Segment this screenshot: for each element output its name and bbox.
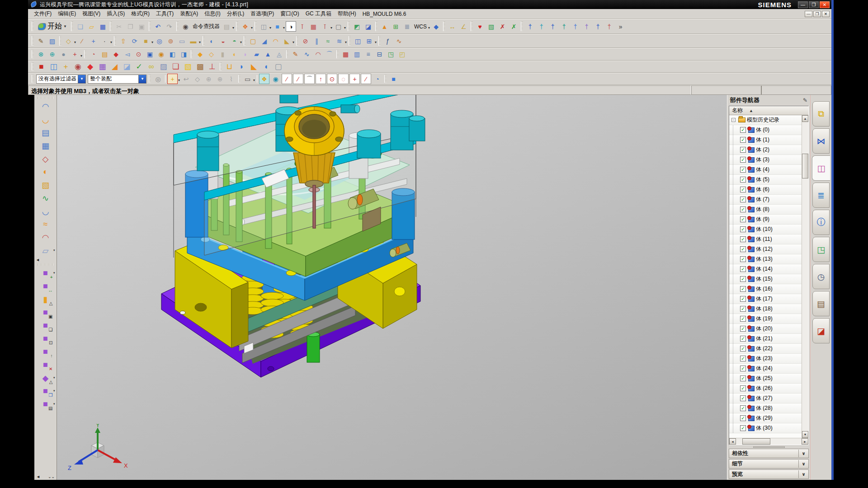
checkbox-icon[interactable]: ✓ <box>740 375 746 381</box>
tree-item-body-26[interactable]: ✓体 (26) <box>729 384 802 394</box>
screw-tool-5[interactable]: † <box>570 21 580 32</box>
point-button[interactable]: ∙ <box>99 36 110 46</box>
extrude-button[interactable]: ⇧ <box>118 36 128 46</box>
screw-tool-2[interactable]: † <box>536 21 547 32</box>
intersection-point-button[interactable]: ↑ <box>316 74 326 84</box>
datum-axis-button[interactable]: ∕ <box>77 36 87 46</box>
flip-display-button[interactable]: ◆ <box>431 21 441 32</box>
command-finder-icon[interactable]: ◉ <box>180 21 191 32</box>
align-button[interactable]: ▥ <box>352 49 362 60</box>
start-button[interactable]: 开始▼ <box>35 20 70 33</box>
undo-button[interactable]: ↶ <box>153 21 163 32</box>
dropdown-arrow-icon[interactable]: ▾ <box>283 26 285 30</box>
background-button[interactable]: ▢ <box>333 21 344 32</box>
thicken-button[interactable]: ≋ <box>334 36 344 46</box>
menu-item-4[interactable]: 插入(S) <box>104 9 128 19</box>
dropdown-arrow-icon[interactable]: ▾ <box>232 26 234 30</box>
menu-item-1[interactable]: 文件(F) <box>31 9 55 19</box>
chevron-down-icon[interactable]: ∨ <box>798 450 808 457</box>
feature-wedge-button[interactable]: ◢ <box>109 61 120 72</box>
move-object-button[interactable]: ▦ <box>340 49 351 60</box>
toolbar-grip[interactable] <box>38 263 53 266</box>
tree-item-body-14[interactable]: ✓体 (14) <box>729 264 802 274</box>
toolbar-grip[interactable] <box>349 36 351 45</box>
dropdown-arrow-icon[interactable]: ▾ <box>330 26 332 30</box>
wcs-orient-button[interactable]: ⊞ <box>391 21 401 32</box>
menu-item-10[interactable]: 首选项(P) <box>247 9 277 19</box>
feature-slice-button[interactable]: ◪ <box>121 61 132 72</box>
checkbox-icon[interactable]: ✓ <box>740 167 746 173</box>
tree-item-body-11[interactable]: ✓体 (11) <box>729 235 802 244</box>
checkbox-icon[interactable]: ✓ <box>740 356 746 361</box>
collapse-arrow-icon[interactable]: ◄ <box>36 258 40 262</box>
fit-curve-button[interactable]: ▲ <box>263 49 273 60</box>
tree-item-body-6[interactable]: ✓体 (6) <box>729 185 802 195</box>
tree-item-body-9[interactable]: ✓体 (9) <box>729 215 802 225</box>
tree-item-body-25[interactable]: ✓体 (25) <box>729 374 802 384</box>
minimize-button[interactable]: — <box>798 1 808 8</box>
checkbox-icon[interactable]: ✓ <box>740 326 746 332</box>
sketch-button[interactable]: ✎ <box>36 36 46 46</box>
toolbar-grip[interactable] <box>110 22 112 32</box>
dropdown-arrow-icon[interactable]: ▾ <box>80 54 82 58</box>
global-shaping-button[interactable]: ▱▾ <box>39 244 52 257</box>
offset-surface-button[interactable]: ◆ <box>195 49 205 60</box>
toolbar-grip[interactable] <box>348 22 350 32</box>
dropdown-arrow-icon[interactable]: ▾ <box>110 40 112 44</box>
datum-csys-button[interactable]: + <box>88 36 99 46</box>
expression-button[interactable]: ƒ <box>382 36 393 46</box>
chevron-down-icon[interactable]: ∨ <box>798 460 808 468</box>
scroll-right-button[interactable]: ► <box>802 438 808 445</box>
menu-item-6[interactable]: 工具(T) <box>153 9 177 19</box>
studio-spline-button[interactable]: ✎ <box>290 49 301 60</box>
synchronize-button[interactable]: ◳ <box>386 49 396 60</box>
feature-outline-cube-button[interactable]: ▢ <box>273 61 284 72</box>
checkbox-icon[interactable]: ✓ <box>740 346 746 352</box>
dropdown-arrow-icon[interactable]: ▾ <box>53 402 55 406</box>
tree-item-body-27[interactable]: ✓体 (27) <box>729 394 802 404</box>
extract-body-button[interactable]: ◅ <box>122 49 132 60</box>
intersect-button[interactable]: ◓ <box>229 36 240 46</box>
toolbar-grip[interactable] <box>375 22 377 32</box>
tree-item-body-24[interactable]: ✓体 (24) <box>729 364 802 374</box>
tree-item-body-17[interactable]: ✓体 (17) <box>729 294 802 304</box>
panel-bar-2[interactable]: 细节∨ <box>729 459 809 469</box>
checkbox-icon[interactable]: ✓ <box>740 226 746 232</box>
arc-button[interactable]: ◠ <box>313 49 323 60</box>
blend-face-button[interactable]: ◆△▾ <box>39 371 52 385</box>
checkbox-icon[interactable]: ✓ <box>740 157 746 163</box>
feature-goldbox-button[interactable]: ▧ <box>182 61 193 72</box>
checkbox-icon[interactable]: ✓ <box>740 405 746 411</box>
dropdown-arrow-icon[interactable]: ▾ <box>345 40 347 44</box>
dropdown-arrow-icon[interactable]: ▾ <box>251 26 253 30</box>
toolbar-grip[interactable] <box>84 50 86 58</box>
checkbox-icon[interactable]: ✓ <box>740 306 746 312</box>
menu-item-14[interactable]: HB_MOULD M6.6 <box>359 10 410 18</box>
feature-cage-button[interactable]: ▩ <box>194 61 206 72</box>
toolbar-grip[interactable] <box>238 75 241 83</box>
checkbox-icon[interactable]: ✓ <box>740 246 746 252</box>
line-button[interactable]: ⌒ <box>324 49 335 60</box>
pad-button[interactable]: ▬ <box>188 36 198 46</box>
toolbar-grip[interactable] <box>59 36 61 45</box>
pull-face-button[interactable]: ■↔ <box>39 280 52 293</box>
trim-sheet-button[interactable]: ◧ <box>167 49 178 60</box>
bounded-plane-button[interactable]: ▣ <box>145 49 155 60</box>
offset-face-button[interactable]: ◇ <box>206 49 217 60</box>
trim-body-button[interactable]: ⊘ <box>300 36 311 46</box>
dropdown-arrow-icon[interactable]: ▾ <box>74 40 76 44</box>
delete-face-sync-button[interactable]: ■✕ <box>39 358 52 371</box>
wrap-geometry-button[interactable]: ⊙ <box>133 49 144 60</box>
toolbar-grip[interactable] <box>32 50 34 58</box>
project-curve-button[interactable]: ▮ <box>217 49 228 60</box>
more-commands-icon[interactable]: ⌄⌄ <box>48 474 55 479</box>
datum-display-button[interactable]: ⊺ <box>297 21 307 32</box>
checkbox-icon[interactable]: ✓ <box>740 187 746 192</box>
view-section-button[interactable]: ⊟ <box>374 49 385 60</box>
dropdown-arrow-icon[interactable]: ▾ <box>240 40 242 44</box>
tree-item-body-1[interactable]: ✓体 (1) <box>729 135 802 145</box>
menu-item-2[interactable]: 编辑(E) <box>55 9 79 19</box>
expander-icon[interactable]: − <box>731 118 736 122</box>
toolbar-grip[interactable] <box>32 22 34 32</box>
dropdown-arrow-icon[interactable]: ▼ <box>78 75 85 83</box>
